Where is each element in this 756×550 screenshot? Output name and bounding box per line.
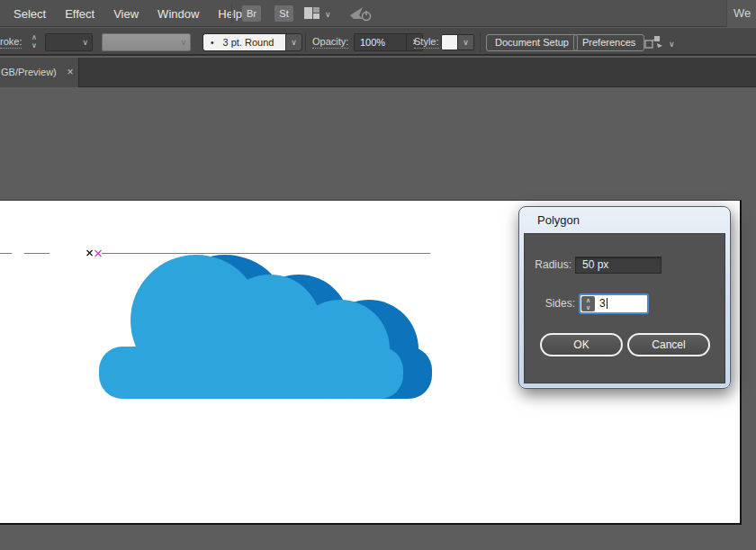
menu-window[interactable]: Window xyxy=(158,7,199,21)
style-label[interactable]: Style: xyxy=(414,36,439,49)
menubar-divider xyxy=(231,4,232,23)
brush-definition-chevron[interactable]: ∨ xyxy=(285,33,302,51)
sides-input[interactable]: 3 xyxy=(596,295,647,312)
cancel-button[interactable]: Cancel xyxy=(627,333,710,356)
stepper-up-icon[interactable]: ∧ xyxy=(32,33,37,41)
document-tab[interactable]: GB/Preview) × xyxy=(0,58,79,87)
chevron-down-icon: ∨ xyxy=(180,39,186,47)
tab-close-icon[interactable]: × xyxy=(64,58,76,87)
brush-definition-text: 3 pt. Round xyxy=(223,37,274,48)
menu-bar: Select Effect View Window Help Br St ∨ W… xyxy=(0,0,756,27)
document-tab-label: GB/Preview) xyxy=(1,58,57,87)
arrange-documents-chevron-icon[interactable]: ∨ xyxy=(325,10,331,19)
menu-select[interactable]: Select xyxy=(14,7,46,21)
control-bar: roke: ∧ ∨ ∨ ∨ • 3 pt. Round ∨ Opacity: 1… xyxy=(0,28,756,56)
bridge-button[interactable]: Br xyxy=(242,5,261,22)
share-power-icon[interactable] xyxy=(348,5,372,23)
dialog-title: Polygon xyxy=(537,213,580,227)
chevron-down-icon: ∨ xyxy=(463,38,469,47)
document-setup-button[interactable]: Document Setup xyxy=(486,34,578,51)
ok-button[interactable]: OK xyxy=(540,333,623,356)
radius-input[interactable]: 50 px xyxy=(575,257,662,274)
sides-control: ∧ ∨ 3 xyxy=(579,293,649,314)
radius-label: Radius: xyxy=(530,257,572,274)
chevron-down-icon: ∨ xyxy=(291,38,297,47)
stroke-weight-stepper[interactable]: ∧ ∨ xyxy=(28,33,40,50)
workspace-switcher[interactable]: We xyxy=(726,0,756,27)
chevron-down-icon[interactable]: ∨ xyxy=(82,39,88,47)
menu-items: Select Effect View Window Help xyxy=(14,0,242,27)
menu-effect[interactable]: Effect xyxy=(65,7,94,21)
menu-help[interactable]: Help xyxy=(218,7,242,21)
stock-button[interactable]: St xyxy=(274,5,293,22)
stepper-up-icon[interactable]: ∧ xyxy=(586,297,590,304)
controlbar-divider xyxy=(480,32,481,52)
brush-preview-dot-icon: • xyxy=(211,38,214,48)
sides-label: Sides: xyxy=(539,293,575,314)
graphic-style-swatch[interactable] xyxy=(441,34,458,50)
stroke-label[interactable]: roke: xyxy=(0,36,22,49)
variable-width-profile-dropdown[interactable]: ∨ xyxy=(102,33,191,51)
text-caret xyxy=(607,298,608,309)
sides-stepper[interactable]: ∧ ∨ xyxy=(581,296,595,311)
sides-value: 3 xyxy=(599,297,606,310)
brush-definition-value[interactable]: • 3 pt. Round xyxy=(202,33,285,51)
illustrator-window: Select Effect View Window Help Br St ∨ W… xyxy=(0,0,756,550)
transform-options-icon[interactable] xyxy=(644,35,664,50)
document-tab-bar: GB/Preview) × xyxy=(0,58,756,87)
transform-options-chevron-icon[interactable]: ∨ xyxy=(669,40,675,49)
stepper-down-icon[interactable]: ∨ xyxy=(586,304,590,311)
stroke-weight-dropdown[interactable]: ∨ xyxy=(45,33,93,51)
polygon-dialog: Polygon Radius: 50 px Sides: ∧ ∨ 3 OK Ca… xyxy=(518,206,731,389)
opacity-value[interactable]: 100% xyxy=(355,34,406,50)
menu-view[interactable]: View xyxy=(113,7,139,21)
graphic-style-chevron[interactable]: ∨ xyxy=(458,34,474,50)
dialog-body: Radius: 50 px Sides: ∧ ∨ 3 OK Cancel xyxy=(524,233,725,383)
brush-definition-combo: • 3 pt. Round ∨ xyxy=(202,33,302,51)
opacity-control: 100% › xyxy=(354,33,423,51)
preferences-button[interactable]: Preferences xyxy=(573,34,644,51)
arrange-documents-icon[interactable] xyxy=(304,7,320,19)
anchor-x-marker-icon xyxy=(87,250,93,256)
stepper-down-icon[interactable]: ∨ xyxy=(32,41,37,50)
controlbar-divider xyxy=(305,32,306,52)
opacity-label[interactable]: Opacity: xyxy=(312,36,348,49)
